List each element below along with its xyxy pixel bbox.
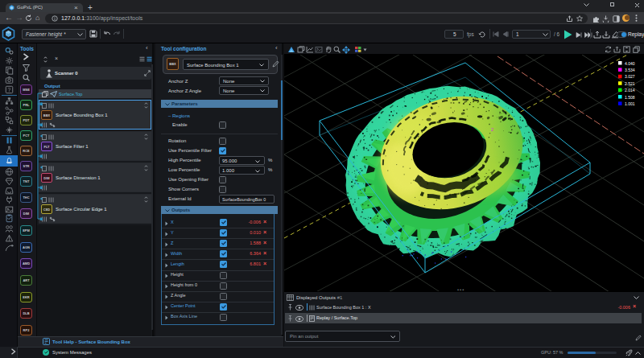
- svg-text:?: ?: [8, 87, 11, 93]
- svg-text:3.027: 3.027: [625, 74, 635, 79]
- svg-text:3.534: 3.534: [625, 68, 635, 72]
- svg-text:2.521: 2.521: [625, 81, 635, 86]
- svg-text:1.508: 1.508: [625, 95, 635, 100]
- svg-text:4.040: 4.040: [625, 61, 635, 66]
- svg-text:2.014: 2.014: [625, 88, 635, 93]
- svg-text:1.001: 1.001: [625, 101, 635, 106]
